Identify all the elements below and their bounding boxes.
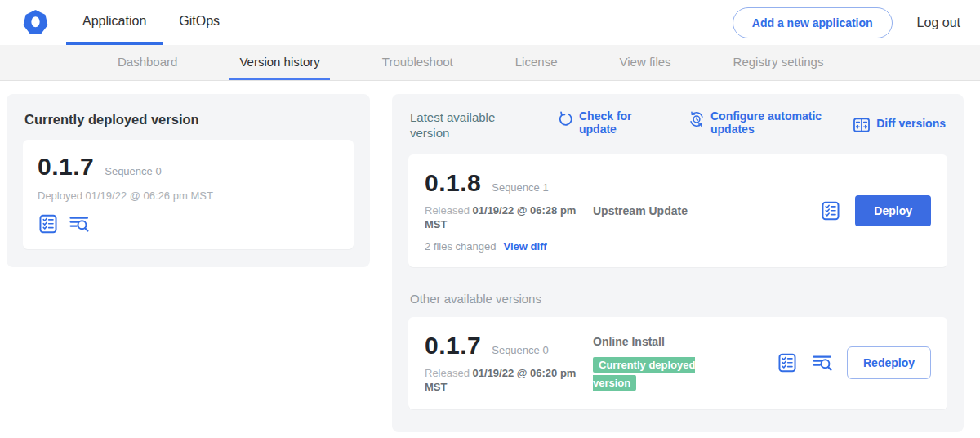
- tab-application[interactable]: Application: [66, 0, 163, 45]
- latest-version-card: 0.1.8 Sequence 1 Released 01/19/22 @ 06:…: [408, 154, 947, 267]
- logout-link[interactable]: Log out: [917, 16, 960, 30]
- app-subnav: Dashboard Version history Troubleshoot L…: [0, 45, 980, 81]
- subnav-tab-troubleshoot-label: Troubleshoot: [382, 55, 453, 69]
- other-version-source: Online Install: [593, 335, 665, 348]
- top-tab-bar: Application GitOps: [66, 0, 236, 45]
- app-logo: [23, 0, 48, 45]
- subnav-tab-view-files[interactable]: View files: [609, 45, 680, 80]
- other-preflight-checks-button[interactable]: [777, 352, 798, 373]
- subnav-tab-license[interactable]: License: [506, 45, 568, 80]
- current-deployed-timestamp: Deployed 01/19/22 @ 06:26 pm MST: [38, 190, 339, 202]
- check-for-update-button[interactable]: Check for update: [557, 110, 638, 136]
- diff-versions-button[interactable]: Diff versions: [853, 118, 946, 134]
- lines-magnifier-icon: [812, 352, 833, 373]
- subnav-tab-license-label: License: [515, 55, 558, 69]
- redeploy-button[interactable]: Redeploy: [847, 346, 931, 379]
- latest-version-source: Upstream Update: [593, 204, 688, 217]
- released-label: Released: [425, 367, 470, 379]
- other-version-number: 0.1.7: [425, 332, 481, 360]
- split-diff-icon: [853, 116, 871, 134]
- configure-automatic-updates-label: Configure automatic updates: [710, 110, 831, 136]
- other-version-card: 0.1.7 Sequence 0 Released 01/19/22 @ 06:…: [408, 317, 947, 409]
- refresh-arrow-icon: [557, 111, 573, 127]
- current-version-sequence: Sequence 0: [105, 165, 161, 177]
- latest-version-sequence: Sequence 1: [492, 181, 548, 194]
- currently-deployed-badge: Currently deployed version: [593, 357, 695, 391]
- files-changed-count: 2 files changed: [425, 240, 496, 253]
- current-version-card: 0.1.7 Sequence 0 Deployed 01/19/22 @ 06:…: [23, 140, 354, 249]
- subnav-tab-view-files-label: View files: [619, 55, 670, 69]
- tab-gitops-label: GitOps: [179, 14, 220, 29]
- diff-versions-label: Diff versions: [876, 118, 946, 134]
- latest-available-title: Latest available version: [410, 110, 523, 141]
- checklist-icon: [38, 213, 59, 235]
- other-version-sequence: Sequence 0: [492, 344, 548, 356]
- add-application-button[interactable]: Add a new application: [733, 7, 893, 38]
- subnav-tab-dashboard[interactable]: Dashboard: [108, 45, 187, 80]
- other-view-logs-button[interactable]: [812, 352, 833, 373]
- currently-deployed-panel: Currently deployed version 0.1.7 Sequenc…: [7, 94, 370, 267]
- currently-deployed-title: Currently deployed version: [24, 112, 354, 127]
- top-navbar: Application GitOps Add a new application…: [0, 0, 980, 45]
- checklist-icon: [820, 200, 841, 221]
- lines-magnifier-icon: [69, 213, 90, 235]
- latest-version-number: 0.1.8: [425, 169, 481, 197]
- view-diff-link[interactable]: View diff: [503, 240, 546, 253]
- top-right-actions: Add a new application Log out: [733, 0, 960, 45]
- available-panel-header: Latest available version Check for updat…: [410, 110, 946, 141]
- clock-sync-icon: [688, 111, 705, 127]
- configure-automatic-updates-button[interactable]: Configure automatic updates: [688, 110, 831, 136]
- available-versions-panel: Latest available version Check for updat…: [392, 94, 964, 432]
- subnav-tab-dashboard-label: Dashboard: [118, 55, 177, 69]
- subnav-tab-registry-settings[interactable]: Registry settings: [724, 45, 834, 80]
- subnav-tab-troubleshoot[interactable]: Troubleshoot: [372, 45, 463, 80]
- tab-application-label: Application: [82, 14, 146, 29]
- preflight-checks-button[interactable]: [38, 213, 59, 235]
- subnav-tab-version-history[interactable]: Version history: [229, 45, 329, 80]
- tab-gitops[interactable]: GitOps: [163, 0, 236, 45]
- latest-preflight-checks-button[interactable]: [820, 200, 841, 221]
- check-for-update-label: Check for update: [579, 110, 638, 136]
- heptagon-logo-icon: [23, 10, 48, 35]
- view-logs-button[interactable]: [69, 213, 90, 235]
- subnav-tab-version-history-label: Version history: [239, 55, 319, 69]
- current-version-number: 0.1.7: [38, 153, 94, 181]
- subnav-tab-registry-settings-label: Registry settings: [733, 55, 824, 69]
- checklist-icon: [777, 352, 798, 373]
- deploy-button[interactable]: Deploy: [855, 195, 931, 226]
- main-content: Currently deployed version 0.1.7 Sequenc…: [0, 81, 980, 432]
- released-label: Released: [425, 204, 470, 217]
- other-available-versions-title: Other available versions: [410, 292, 946, 306]
